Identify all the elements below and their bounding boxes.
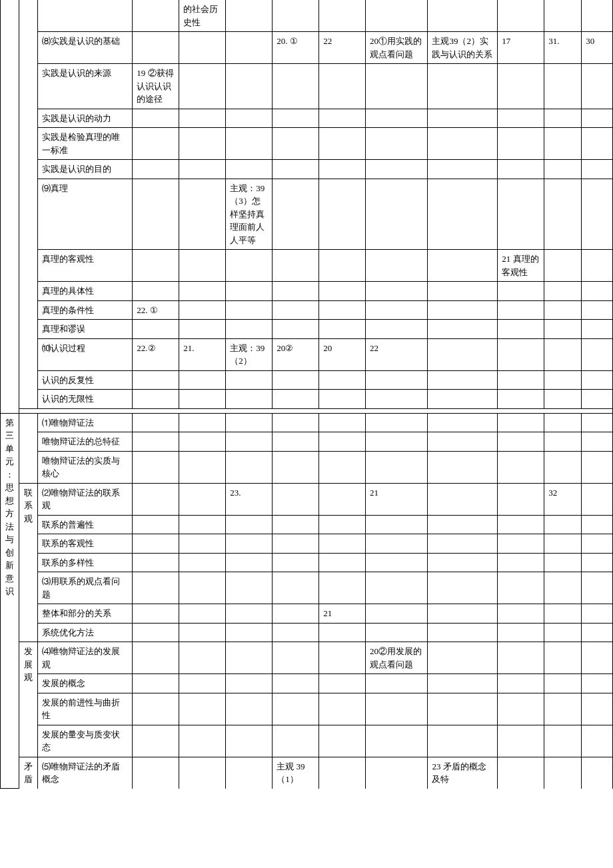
col-5 [226, 757, 273, 789]
col-9 [428, 179, 498, 250]
col-9 [428, 604, 498, 624]
col-9 [428, 623, 498, 642]
col-8 [366, 282, 428, 301]
col-6: 20② [273, 338, 319, 370]
table-row: 矛盾 ⑸唯物辩证法的矛盾概念 主观 39（1） 23 矛盾的概念及特 [1, 757, 613, 789]
col-11 [544, 128, 582, 160]
col-9 [428, 0, 498, 32]
col-8 [366, 451, 428, 483]
col-9 [428, 432, 498, 452]
col-3: 19 ②获得认识认识的途径 [133, 64, 179, 109]
table-row: 联系观 ⑵唯物辩证法的联系观 23. 21 32 [1, 483, 613, 515]
col-4 [179, 109, 226, 128]
col-8 [366, 128, 428, 160]
col-11 [544, 370, 582, 390]
col-3 [133, 32, 179, 64]
col-3 [133, 642, 179, 674]
col-5 [226, 725, 273, 757]
col-12 [582, 320, 613, 339]
topic-cell: 真理的具体性 [37, 282, 132, 301]
col-4 [179, 534, 226, 554]
col-7 [319, 725, 366, 757]
col-10 [498, 757, 544, 789]
col-9 [428, 320, 498, 339]
col-4 [179, 250, 226, 282]
col-8 [366, 693, 428, 725]
topic-cell: 实践是检验真理的唯一标准 [37, 128, 132, 160]
gap-cell [19, 408, 612, 413]
col-11 [544, 534, 582, 554]
col-4 [179, 483, 226, 515]
col-5 [226, 390, 273, 409]
col-11 [544, 451, 582, 483]
topic-cell: 唯物辩证法的总特征 [37, 432, 132, 452]
col-6 [273, 320, 319, 339]
col-12 [582, 674, 613, 693]
col-11 [544, 693, 582, 725]
col-4 [179, 604, 226, 624]
col-5 [226, 693, 273, 725]
col-6 [273, 64, 319, 109]
col-3 [133, 160, 179, 179]
table-row: 实践是认识的来源 19 ②获得认识认识的途径 [1, 64, 613, 109]
col-12 [582, 338, 613, 370]
col-7 [319, 413, 366, 432]
col-5 [226, 282, 273, 301]
col-3: 22.② [133, 338, 179, 370]
col-4: 的社会历史性 [179, 0, 226, 32]
col-7 [319, 370, 366, 390]
col-11 [544, 320, 582, 339]
col-4 [179, 282, 226, 301]
col-11 [544, 0, 582, 32]
topic-cell: ⑻实践是认识的基础 [37, 32, 132, 64]
col-11 [544, 725, 582, 757]
col-10: 17 [498, 32, 544, 64]
topic-cell: 唯物辩证法的实质与核心 [37, 451, 132, 483]
col-3 [133, 757, 179, 789]
col-5 [226, 604, 273, 624]
col-8 [366, 572, 428, 604]
col-7 [319, 674, 366, 693]
col-9 [428, 250, 498, 282]
col-9 [428, 674, 498, 693]
topic-cell: ⑽认识过程 [37, 338, 132, 370]
table-row: 第三单元：思想方法与创新意识 ⑴唯物辩证法 [1, 413, 613, 432]
section-maodun-label: 矛盾 [19, 757, 37, 789]
col-6 [273, 693, 319, 725]
col-12 [582, 300, 613, 320]
col-11 [544, 390, 582, 409]
col-12: 30 [582, 32, 613, 64]
col-5: 主观：39（3）怎样坚持真理面前人人平等 [226, 179, 273, 250]
col-4 [179, 642, 226, 674]
col-7 [319, 0, 366, 32]
col-12 [582, 109, 613, 128]
col-7: 21 [319, 604, 366, 624]
col-5 [226, 451, 273, 483]
topic-cell: 认识的无限性 [37, 390, 132, 409]
col-12 [582, 390, 613, 409]
col-11 [544, 553, 582, 572]
col-11 [544, 757, 582, 789]
table-row: 真理的具体性 [1, 282, 613, 301]
topic-cell: 实践是认识的目的 [37, 160, 132, 179]
col-8 [366, 64, 428, 109]
col-6 [273, 483, 319, 515]
col-9 [428, 64, 498, 109]
col-10 [498, 300, 544, 320]
col-10 [498, 572, 544, 604]
col-6 [273, 390, 319, 409]
table-row: 实践是认识的目的 [1, 160, 613, 179]
col-9 [428, 338, 498, 370]
col-7: 22 [319, 32, 366, 64]
col-12 [582, 370, 613, 390]
table-row: 真理的条件性 22. ① [1, 300, 613, 320]
col-11 [544, 432, 582, 452]
col-12 [582, 128, 613, 160]
topic-cell: 真理和谬误 [37, 320, 132, 339]
col-8 [366, 250, 428, 282]
col-12 [582, 693, 613, 725]
col-10 [498, 553, 544, 572]
col-10 [498, 604, 544, 624]
topic-cell: ⑸唯物辩证法的矛盾概念 [37, 757, 132, 789]
table-row: 唯物辩证法的实质与核心 [1, 451, 613, 483]
